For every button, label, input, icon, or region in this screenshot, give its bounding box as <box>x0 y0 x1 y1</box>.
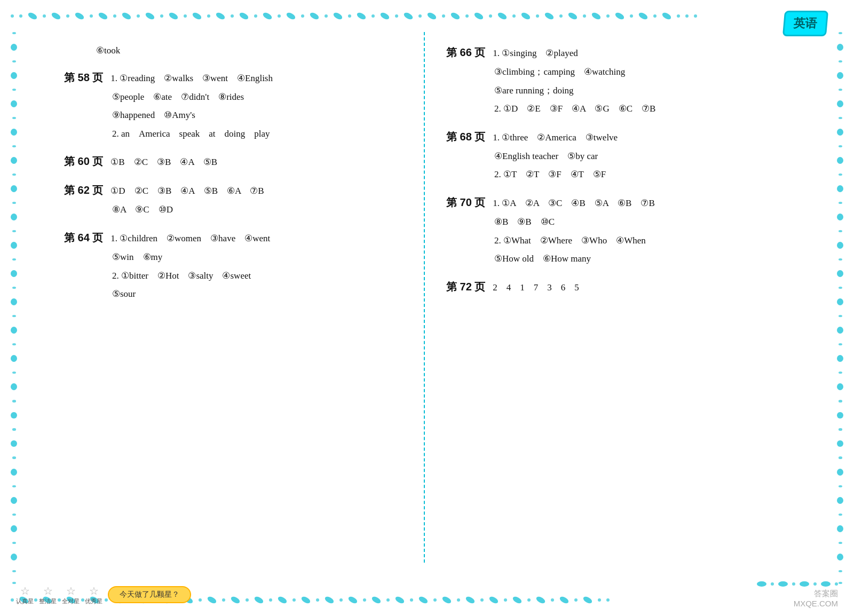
page-58-line2: ⑤people ⑥ate ⑦didn't ⑧rides <box>112 89 408 106</box>
page-background: 英语 ⑥took 第 58 页 1. ①reading ②walks ③went… <box>0 0 854 616</box>
page-64-label: 第 64 页 <box>64 228 103 247</box>
page-66-entry: 第 66 页 1. ①singing ②played ③climbing；cam… <box>446 43 790 117</box>
page-58-line1: 1. ①reading ②walks ③went ④English <box>110 70 273 87</box>
star-zhengjie-label: 整洁星 <box>39 597 57 605</box>
page-70-entry: 第 70 页 1. ①A ②A ③C ④B ⑤A ⑥B ⑦B ⑧B ⑨B ⑩C … <box>446 193 790 267</box>
star-quandui: ☆ 全对星 <box>62 585 80 605</box>
page-70-label: 第 70 页 <box>446 193 485 212</box>
page-62-line2: ⑧A ⑨C ⑩D <box>112 202 408 218</box>
daily-check-label: 今天做了几颗星？ <box>108 586 191 603</box>
page-72-entry: 第 72 页 2 4 1 7 3 6 5 <box>446 277 790 296</box>
page-68-line1: 1. ①three ②America ③twelve <box>493 130 618 146</box>
page-64-line1: 1. ①children ②women ③have ④went <box>110 231 270 247</box>
page-64-line4: ⑤sour <box>112 286 408 303</box>
page-68-header: 第 68 页 1. ①three ②America ③twelve <box>446 127 790 146</box>
page-70-line1: 1. ①A ②A ③C ④B ⑤A ⑥B ⑦B <box>493 195 654 212</box>
page-70-line2: ⑧B ⑨B ⑩C <box>494 214 790 231</box>
page-72-label: 第 72 页 <box>446 277 485 296</box>
page-66-header: 第 66 页 1. ①singing ②played <box>446 43 790 62</box>
main-content: ⑥took 第 58 页 1. ①reading ②walks ③went ④E… <box>32 32 822 563</box>
left-border <box>11 32 17 584</box>
stars-area: ☆ 认真星 ☆ 整洁星 ☆ 全对星 ☆ 优秀星 今天做了几颗星？ <box>16 585 191 605</box>
page-70-header: 第 70 页 1. ①A ②A ③C ④B ⑤A ⑥B ⑦B <box>446 193 790 212</box>
page-66-line3: ⑤are running；doing <box>494 83 790 99</box>
page-66-label: 第 66 页 <box>446 43 485 62</box>
bottom-bar: ☆ 认真星 ☆ 整洁星 ☆ 全对星 ☆ 优秀星 今天做了几颗星？ <box>0 581 854 608</box>
page-60-entry: 第 60 页 ①B ②C ③B ④A ⑤B <box>64 152 408 171</box>
page-58-line4: 2. an America speak at doing play <box>112 126 408 143</box>
page-68-label: 第 68 页 <box>446 127 485 146</box>
page-68-entry: 第 68 页 1. ①three ②America ③twelve ④Engli… <box>446 127 790 183</box>
page-58-label: 第 58 页 <box>64 68 103 87</box>
page-66-line4: 2. ①D ②E ③F ④A ⑤G ⑥C ⑦B <box>494 101 790 117</box>
top-line-text: ⑥took <box>96 45 120 56</box>
page-60-label: 第 60 页 <box>64 152 103 171</box>
star-renzhen-icon: ☆ <box>20 585 30 597</box>
page-58-header: 第 58 页 1. ①reading ②walks ③went ④English <box>64 68 408 87</box>
page-58-entry: 第 58 页 1. ①reading ②walks ③went ④English… <box>64 68 408 143</box>
page-66-line1: 1. ①singing ②played <box>493 45 578 62</box>
page-62-header: 第 62 页 ①D ②C ③B ④A ⑤B ⑥A ⑦B <box>64 180 408 200</box>
page-64-line2: ⑤win ⑥my <box>112 249 408 266</box>
page-68-line2: ④English teacher ⑤by car <box>494 148 790 165</box>
star-youxiu-icon: ☆ <box>89 585 99 597</box>
top-line-entry: ⑥took <box>96 43 408 59</box>
left-column: ⑥took 第 58 页 1. ①reading ②walks ③went ④E… <box>32 32 425 563</box>
star-youxiu: ☆ 优秀星 <box>85 585 102 605</box>
right-border <box>837 32 843 584</box>
page-60-header: 第 60 页 ①B ②C ③B ④A ⑤B <box>64 152 408 171</box>
star-zhengjie-icon: ☆ <box>43 585 53 597</box>
watermark: 答案圈MXQE.COM <box>794 589 838 608</box>
star-youxiu-label: 优秀星 <box>85 597 102 605</box>
right-column: 第 66 页 1. ①singing ②played ③climbing；cam… <box>425 32 822 563</box>
star-zhengjie: ☆ 整洁星 <box>39 585 57 605</box>
star-quandui-label: 全对星 <box>62 597 80 605</box>
page-64-header: 第 64 页 1. ①children ②women ③have ④went <box>64 228 408 247</box>
page-70-line3: 2. ①What ②Where ③Who ④When <box>494 233 790 249</box>
page-64-line3: 2. ①bitter ②Hot ③salty ④sweet <box>112 268 408 285</box>
top-border <box>0 5 854 27</box>
page-58-line3: ⑨happened ⑩Amy's <box>112 107 408 124</box>
page-72-line1: 2 4 1 7 3 6 5 <box>493 280 579 296</box>
star-quandui-icon: ☆ <box>66 585 76 597</box>
page-68-line3: 2. ①T ②T ③F ④T ⑤F <box>494 167 790 183</box>
page-62-entry: 第 62 页 ①D ②C ③B ④A ⑤B ⑥A ⑦B ⑧A ⑨C ⑩D <box>64 180 408 218</box>
page-72-header: 第 72 页 2 4 1 7 3 6 5 <box>446 277 790 296</box>
page-66-line2: ③climbing；camping ④watching <box>494 64 790 81</box>
star-renzhen: ☆ 认真星 <box>16 585 34 605</box>
star-renzhen-label: 认真星 <box>16 597 34 605</box>
page-62-label: 第 62 页 <box>64 180 103 200</box>
page-62-line1: ①D ②C ③B ④A ⑤B ⑥A ⑦B <box>110 183 264 200</box>
page-60-line1: ①B ②C ③B ④A ⑤B <box>110 154 217 171</box>
page-70-line4: ⑤How old ⑥How many <box>494 251 790 267</box>
page-64-entry: 第 64 页 1. ①children ②women ③have ④went ⑤… <box>64 228 408 303</box>
